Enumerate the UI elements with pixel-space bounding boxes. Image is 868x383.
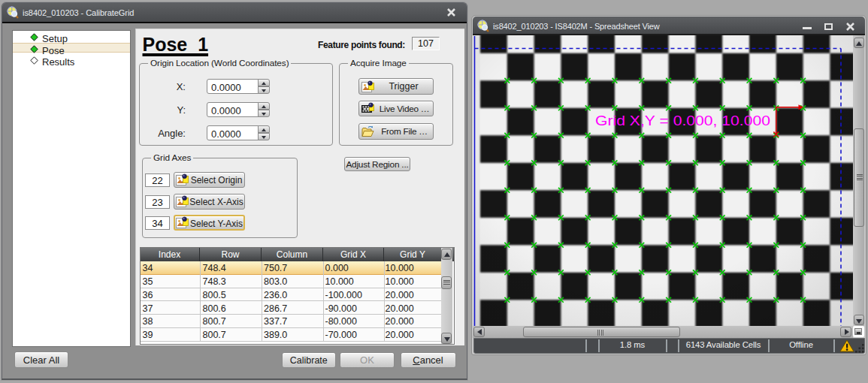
svg-text:Grid X,Y = 0.000, 10.000: Grid X,Y = 0.000, 10.000 [595, 113, 770, 128]
